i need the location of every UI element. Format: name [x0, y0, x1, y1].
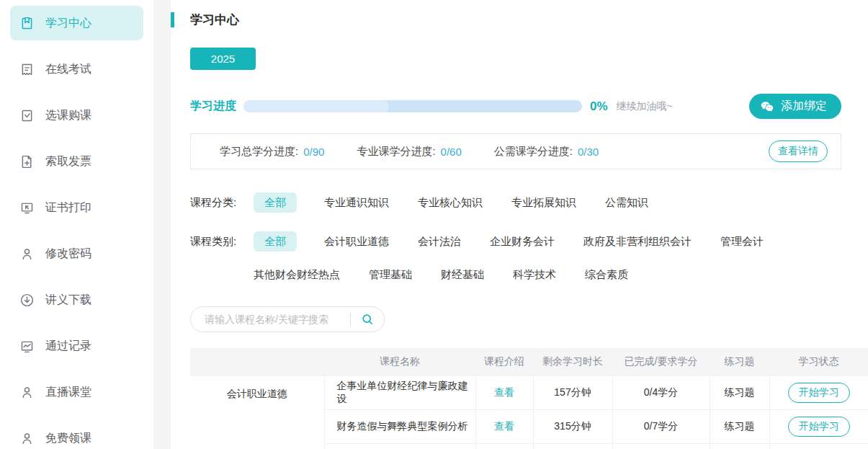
view-intro-link[interactable]: 查看: [494, 386, 514, 398]
progress-bar[interactable]: [243, 100, 582, 112]
app-window: 学习中心 在线考试 选课购课 索取发票 证书打印 修改密码 讲义下载 通过记录: [0, 0, 868, 449]
public-credits: 公需课学分进度: 0/30: [494, 145, 599, 159]
category-option[interactable]: 专业通识知识: [324, 192, 389, 213]
bookmark-icon: [19, 16, 35, 31]
sidebar-item-free-courses[interactable]: 免费领课: [10, 421, 143, 449]
type-option[interactable]: 管理基础: [369, 264, 412, 285]
header-course-intro: 课程介绍: [475, 348, 533, 375]
type-option-all[interactable]: 全部: [254, 231, 297, 252]
search-input[interactable]: [191, 314, 350, 325]
page-title-row: 学习中心: [171, 12, 868, 28]
total-credits: 学习总学分进度: 0/90: [220, 145, 324, 159]
type-option[interactable]: 政府及非营利组织会计: [583, 231, 692, 252]
credits-progress: 0/4学分: [612, 375, 710, 409]
check-square-icon: [19, 108, 35, 123]
wechat-icon: [759, 99, 775, 115]
add-binding-label: 添加绑定: [781, 99, 827, 114]
sidebar-item-pass-records[interactable]: 通过记录: [10, 329, 143, 363]
sidebar-item-change-password[interactable]: 修改密码: [10, 236, 143, 271]
type-filter-label: 课程类别:: [190, 231, 254, 285]
sidebar-item-label: 免费领课: [45, 431, 91, 446]
type-option[interactable]: 管理会计: [720, 231, 764, 252]
record-chart-icon: [19, 339, 35, 354]
sidebar-item-label: 选课购课: [45, 108, 91, 123]
type-option[interactable]: 科学技术: [513, 264, 556, 285]
type-filter-row: 课程类别: 全部 会计职业道德 会计法治 企业财务会计 政府及非营利组织会计 管…: [190, 231, 868, 285]
professional-credits: 专业课学分进度: 0/60: [357, 145, 461, 159]
category-option-all[interactable]: 全部: [254, 192, 297, 213]
exercise-link[interactable]: 练习题: [725, 420, 755, 432]
add-binding-button[interactable]: 添加绑定: [749, 94, 841, 119]
course-category-cell: 会计职业道德: [190, 375, 324, 449]
type-option[interactable]: 其他财会财经热点: [254, 264, 340, 285]
search-button[interactable]: [351, 307, 384, 332]
course-search-box: [190, 306, 385, 332]
professional-credits-label: 专业课学分进度:: [357, 145, 435, 159]
main-content: 学习中心 2025 学习进度 0% 继续加油哦~ 添加绑定: [171, 0, 868, 449]
category-option[interactable]: 公需知识: [605, 192, 648, 213]
sidebar-item-learning-center[interactable]: 学习中心: [10, 6, 143, 40]
sidebar-item-live-classroom[interactable]: 直播课堂: [10, 375, 143, 409]
credits-summary-box: 学习总学分进度: 0/90 专业课学分进度: 0/60 公需课学分进度: 0/3…: [190, 133, 841, 169]
remaining-time: 315分钟: [533, 409, 612, 443]
header-exercises: 练习题: [710, 348, 769, 375]
type-option[interactable]: 会计职业道德: [324, 231, 389, 252]
sidebar-item-handout-download[interactable]: 讲义下载: [10, 283, 143, 317]
table-row: 会计职业道德 企事业单位财经纪律与廉政建设 查看 157分钟 0/4学分 练习题…: [190, 375, 868, 409]
category-filter-row: 课程分类: 全部 专业通识知识 专业核心知识 专业拓展知识 公需知识: [190, 192, 868, 213]
view-intro-link[interactable]: 查看: [494, 420, 514, 432]
user-icon: [19, 246, 35, 262]
public-credits-value: 0/30: [578, 146, 599, 158]
professional-credits-value: 0/60: [441, 146, 462, 158]
type-option[interactable]: 综合素质: [585, 264, 628, 285]
table-header-row: 课程名称 课程介绍 剩余学习时长 已完成/要求学分 练习题 学习状态: [190, 348, 868, 375]
sidebar: 学习中心 在线考试 选课购课 索取发票 证书打印 修改密码 讲义下载 通过记录: [0, 0, 153, 449]
sidebar-item-label: 学习中心: [45, 16, 91, 31]
course-table: 课程名称 课程介绍 剩余学习时长 已完成/要求学分 练习题 学习状态 会计职业道…: [190, 348, 868, 449]
type-option[interactable]: 企业财务会计: [490, 231, 555, 252]
category-filter-label: 课程分类:: [190, 192, 254, 213]
header-credits: 已完成/要求学分: [612, 348, 710, 375]
sidebar-item-label: 直播课堂: [45, 385, 91, 400]
progress-hint: 继续加油哦~: [617, 100, 673, 113]
sidebar-item-certificate-print[interactable]: 证书打印: [10, 190, 143, 225]
sidebar-item-label: 证书打印: [45, 200, 91, 215]
sidebar-item-course-selection[interactable]: 选课购课: [10, 98, 143, 133]
progress-percent: 0%: [590, 99, 608, 114]
course-name: 企事业单位财经纪律与廉政建设: [324, 375, 475, 409]
user-icon: [19, 385, 35, 400]
year-tab-button[interactable]: 2025: [190, 48, 256, 70]
sidebar-item-invoice[interactable]: 索取发票: [10, 144, 143, 179]
header-remaining-time: 剩余学习时长: [533, 348, 612, 375]
exercise-link[interactable]: 练习题: [725, 386, 755, 398]
search-icon: [360, 312, 375, 326]
sidebar-item-label: 索取发票: [45, 154, 91, 169]
progress-fill: [243, 100, 389, 112]
category-option[interactable]: 专业核心知识: [418, 192, 483, 213]
type-option[interactable]: 财经基础: [441, 264, 484, 285]
remaining-time: 157分钟: [533, 375, 612, 409]
download-circle-icon: [19, 293, 35, 308]
progress-row: 学习进度 0% 继续加油哦~ 添加绑定: [190, 94, 841, 119]
start-learning-button[interactable]: 开始学习: [788, 417, 850, 437]
type-option[interactable]: 会计法治: [418, 231, 461, 252]
total-credits-label: 学习总学分进度:: [220, 145, 298, 159]
sidebar-item-online-exam[interactable]: 在线考试: [10, 52, 143, 86]
sidebar-item-label: 讲义下载: [45, 293, 91, 308]
user-icon: [19, 431, 35, 446]
category-option[interactable]: 专业拓展知识: [511, 192, 576, 213]
total-credits-value: 0/90: [303, 146, 324, 158]
printer-icon: [19, 200, 35, 215]
course-name: 财务造假与舞弊典型案例分析: [324, 409, 475, 443]
page-title: 学习中心: [190, 12, 239, 28]
file-plus-icon: [19, 154, 35, 169]
sidebar-item-label: 在线考试: [45, 62, 91, 77]
header-status: 学习状态: [769, 348, 868, 375]
credits-progress: 0/7学分: [612, 409, 710, 443]
exam-doc-icon: [19, 62, 35, 77]
sidebar-item-label: 通过记录: [45, 339, 91, 354]
sidebar-item-label: 修改密码: [45, 246, 91, 262]
start-learning-button[interactable]: 开始学习: [788, 383, 850, 403]
header-course-name: 课程名称: [324, 348, 475, 375]
view-details-button[interactable]: 查看详情: [769, 141, 828, 162]
